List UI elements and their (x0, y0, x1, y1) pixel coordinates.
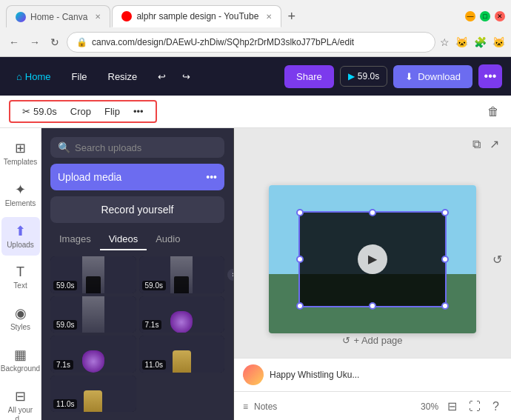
video-element[interactable]: ▶ (298, 211, 447, 307)
add-page-section: ↺ + Add page (336, 329, 408, 352)
forward-button[interactable]: → (27, 35, 43, 50)
canva-app: ⌂ Home File Resize ↩ ↪ Share ▶ 59.0s ⬇ D… (0, 57, 511, 420)
duration-2: 59.0s (142, 281, 166, 290)
add-page-button[interactable]: ↺ + Add page (336, 329, 408, 352)
url-bar[interactable]: 🔒 canva.com/design/DAEwU-zhDiw/SQhp2rDrM… (67, 32, 435, 53)
extension1-button[interactable]: 🐱 (455, 36, 468, 48)
resize-handle-bl[interactable] (296, 302, 304, 310)
youtube-favicon (121, 11, 132, 21)
resize-handle-br[interactable] (441, 302, 449, 310)
notes-label: Notes (254, 401, 277, 412)
add-page-label: + Add page (353, 335, 402, 346)
resize-handle-ml[interactable] (296, 256, 304, 263)
media-item-5[interactable]: 7.1s (50, 336, 136, 373)
tab-audio[interactable]: Audio (147, 229, 189, 250)
help-button[interactable]: ? (490, 397, 502, 416)
resize-handle-mr[interactable] (441, 256, 449, 263)
sidebar-item-uploads[interactable]: ⬆ Uploads (1, 217, 40, 256)
media-item-4[interactable]: 7.1s (139, 296, 225, 333)
edit-toolbar-highlighted-section: ✂ 59.0s Crop Flip ••• (9, 100, 157, 123)
download-label: Download (418, 71, 461, 82)
crop-button[interactable]: Crop (64, 103, 97, 120)
download-button[interactable]: ⬇ Download (393, 65, 472, 88)
media-item-7[interactable]: 11.0s (50, 376, 136, 413)
browser-chrome: Home - Canva ✕ alphr sample design - You… (0, 0, 511, 57)
scissors-timer-button[interactable]: ✂ 59.0s (16, 103, 63, 120)
fullscreen-button[interactable]: ⛶ (466, 397, 484, 416)
video-play-button[interactable]: ▶ (358, 244, 387, 274)
address-bar: ← → ↻ 🔒 canva.com/design/DAEwU-zhDiw/SQh… (0, 28, 511, 56)
tab-youtube[interactable]: alphr sample design - YouTube ✕ (112, 5, 281, 27)
upload-media-label: Upload media (58, 171, 121, 183)
sidebar-item-text[interactable]: T Text (1, 259, 40, 296)
close-button[interactable]: ✕ (495, 11, 505, 21)
youtube-tab-close[interactable]: ✕ (266, 13, 272, 21)
resize-handle-bm[interactable] (369, 302, 376, 310)
edit-timer-label: 59.0s (33, 106, 57, 117)
duration-6: 11.0s (142, 360, 166, 370)
sidebar-item-elements[interactable]: ✦ Elements (1, 176, 40, 214)
media-grid: 59.0s 59.0s 59.0s (50, 256, 224, 412)
page-view-button[interactable]: ⊟ (444, 396, 460, 416)
tab-canva[interactable]: Home - Canva ✕ (6, 5, 110, 27)
canvas-copy-button[interactable]: ⧉ (470, 134, 484, 154)
resize-button[interactable]: Resize (101, 67, 145, 87)
edit-more-button[interactable]: ••• (127, 103, 150, 120)
file-button[interactable]: File (64, 67, 95, 87)
media-item-2[interactable]: 59.0s (139, 256, 225, 293)
duration-5: 7.1s (53, 360, 73, 370)
canvas-content: ↺ ▶ (234, 160, 511, 358)
share-button[interactable]: Share (284, 65, 334, 88)
back-button[interactable]: ← (6, 35, 22, 50)
undo-button[interactable]: ↩ (150, 67, 173, 87)
background-label: Background (1, 364, 40, 373)
tab-bar: Home - Canva ✕ alphr sample design - You… (0, 0, 511, 28)
duration-3: 59.0s (53, 320, 77, 330)
extension3-button[interactable]: 🐱 (492, 36, 505, 48)
canvas-page: ▶ (269, 185, 476, 333)
extension2-button[interactable]: 🧩 (474, 36, 487, 48)
more-options-button[interactable]: ••• (478, 64, 502, 88)
flip-button[interactable]: Flip (98, 103, 126, 120)
resize-handle-tm[interactable] (369, 209, 376, 216)
search-input[interactable] (75, 142, 217, 153)
tab-videos[interactable]: Videos (100, 229, 147, 250)
canva-tab-close[interactable]: ✕ (95, 13, 101, 21)
timer-button[interactable]: ▶ 59.0s (340, 66, 387, 87)
maximize-button[interactable]: □ (480, 11, 490, 21)
edit-toolbar: ✂ 59.0s Crop Flip ••• 🗑 (0, 96, 511, 128)
videos-tab-label: Videos (109, 233, 138, 244)
sidebar-item-apps[interactable]: ⊟ All your d... (1, 382, 40, 420)
canvas-share-button[interactable]: ↗ (487, 134, 502, 154)
refresh-button[interactable]: ↻ (47, 35, 62, 50)
upload-media-button[interactable]: Upload media ••• (50, 164, 224, 190)
sidebar-item-styles[interactable]: ◉ Styles (1, 299, 40, 338)
search-bar[interactable]: 🔍 (50, 137, 224, 158)
tab-images[interactable]: Images (50, 229, 100, 250)
redo-button[interactable]: ↪ (175, 67, 198, 87)
media-item-6[interactable]: 11.0s (139, 336, 225, 373)
apps-label: All your d... (4, 406, 37, 420)
images-tab-label: Images (59, 233, 91, 244)
panel-collapse-arrow[interactable]: › (227, 269, 234, 281)
resize-handle-tr[interactable] (441, 209, 449, 216)
resize-handle-tl[interactable] (296, 209, 304, 216)
record-yourself-button[interactable]: Record yourself (50, 196, 224, 223)
media-item-1[interactable]: 59.0s (50, 256, 136, 293)
bookmark-button[interactable]: ☆ (440, 36, 450, 48)
undo-redo-controls: ↩ ↪ (150, 67, 198, 87)
sidebar-item-background[interactable]: ▦ Background (1, 341, 40, 379)
delete-button[interactable]: 🗑 (484, 102, 502, 121)
elements-label: Elements (5, 199, 36, 208)
text-icon: T (16, 264, 24, 280)
audio-tab-label: Audio (156, 233, 180, 244)
minimize-button[interactable]: — (465, 11, 475, 21)
home-button[interactable]: ⌂ Home (9, 67, 59, 87)
main-content: ⊞ Templates ✦ Elements ⬆ Uploads T Text … (0, 128, 511, 420)
media-item-3[interactable]: 59.0s (50, 296, 136, 333)
sidebar-item-templates[interactable]: ⊞ Templates (1, 134, 40, 173)
rotate-canvas-button[interactable]: ↺ (490, 249, 505, 269)
new-tab-button[interactable]: + (283, 9, 300, 24)
uploads-label: Uploads (7, 241, 34, 250)
refresh-icon: ↺ (342, 335, 350, 346)
